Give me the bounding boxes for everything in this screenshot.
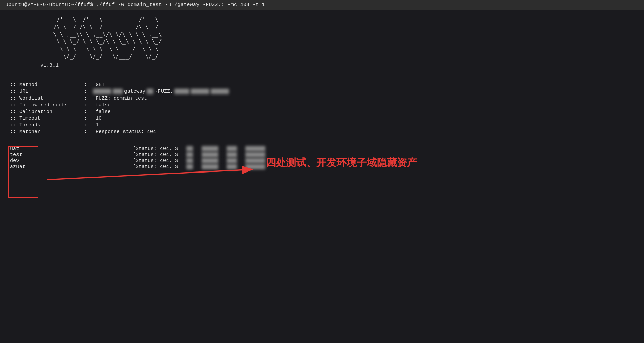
results-wrapper: uat[Status: 404, S test[Status: 404, S d… [10,146,634,170]
threads-value: : 1 [84,122,99,128]
terminal-content: /'___\ /'___\ /'___\ /\ \__/ /\ \__/ __ … [0,10,644,174]
config-timeout-row: :: Timeout : 10 [10,116,634,121]
url-blurred-2 [113,89,123,94]
annotation-text: 四处测试、开发环境子域隐藏资产 [266,156,417,170]
calibration-label: :: Calibration [10,109,84,115]
url-blurred-3 [147,89,153,94]
url-blurred-1 [93,89,111,94]
result-name-3: azuat [10,164,37,170]
method-value: : GET [84,82,105,88]
result-blur-b-2 [202,158,218,163]
config-follow-row: :: Follow redirects : false [10,102,634,108]
follow-value: : false [84,102,111,108]
divider-bottom: ________________________________________… [10,138,634,143]
url-value: : gateway ·FUZZ. [84,89,229,94]
wordlist-label: :: Wordlist [10,96,84,101]
url-label: :: URL [10,89,84,94]
result-blur-c-3 [227,164,237,169]
result-blur-d-0 [245,146,265,151]
version-text: v1.3.1 [40,63,634,68]
result-blur-d-3 [245,164,265,169]
result-blur-d-1 [245,152,265,157]
config-calibration-row: :: Calibration : false [10,109,634,115]
result-blur-b-1 [202,152,218,157]
follow-label: :: Follow redirects [10,102,84,108]
config-section: :: Method : GET :: URL : gateway ·FUZZ. [10,82,634,135]
matcher-label: :: Matcher [10,129,84,135]
result-blur-d-2 [245,158,265,163]
timeout-value: : 10 [84,116,102,121]
wordlist-value: : FUZZ: domain_test [84,96,147,101]
result-blur-b-3 [202,164,218,169]
result-blur-a-0 [186,146,193,151]
matcher-value: : Response status: 404 [84,129,156,135]
terminal-window: ubuntu@VM-8-6-ubuntu:~/ffuf$ ./ffuf -w d… [0,0,644,343]
result-row-0: uat[Status: 404, S [10,146,634,152]
method-label: :: Method [10,82,84,88]
result-status-2: [Status: 404, S [133,158,265,164]
timeout-label: :: Timeout [10,116,84,121]
result-name-2: dev [10,158,37,164]
config-threads-row: :: Threads : 1 [10,122,634,128]
divider-top: ________________________________________… [10,72,634,78]
config-wordlist-row: :: Wordlist : FUZZ: domain_test [10,96,634,101]
result-status-3: [Status: 404, S [133,164,265,170]
result-blur-c-2 [227,158,237,163]
result-blur-a-3 [186,164,193,169]
calibration-value: : false [84,109,111,115]
result-blur-a-2 [186,158,193,163]
title-bar: ubuntu@VM-8-6-ubuntu:~/ffuf$ ./ffuf -w d… [0,0,644,10]
svg-line-1 [47,169,252,180]
result-name-0: uat [10,146,37,152]
title-text: ubuntu@VM-8-6-ubuntu:~/ffuf$ ./ffuf -w d… [5,2,265,8]
config-matcher-row: :: Matcher : Response status: 404 [10,129,634,135]
ascii-art-logo: /'___\ /'___\ /'___\ /\ \__/ /\ \__/ __ … [30,16,634,61]
result-blur-c-0 [227,146,237,151]
config-url-row: :: URL : gateway ·FUZZ. [10,89,634,94]
result-status-0: [Status: 404, S [133,146,265,152]
result-blur-c-1 [227,152,237,157]
config-method-row: :: Method : GET [10,82,634,88]
threads-label: :: Threads [10,122,84,128]
result-status-1: [Status: 404, S [133,152,265,158]
result-blur-a-1 [186,152,193,157]
url-blurred-4 [174,89,189,94]
result-blur-b-0 [202,146,218,151]
url-blurred-5 [191,89,209,94]
url-blurred-6 [211,89,229,94]
result-name-1: test [10,152,37,158]
